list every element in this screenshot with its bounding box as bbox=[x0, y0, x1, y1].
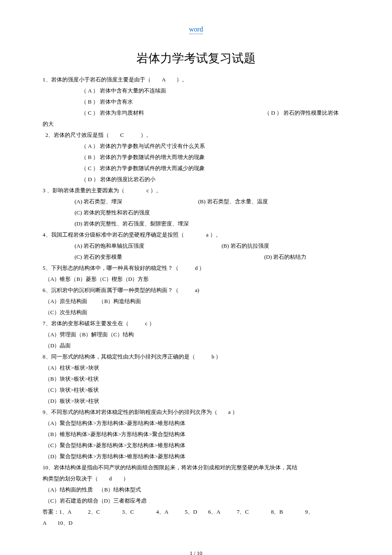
q10-opt-ab: （A）结构面的性质 （B）结构体型式 bbox=[43, 484, 349, 495]
q9-opt-d: （D）聚合型结构体>方形结构体>锥形结构体>菱形结构体 bbox=[43, 451, 349, 462]
q4-opt-c: (C) 岩石的变形模量 bbox=[43, 251, 264, 263]
answers-line2: A 10、D bbox=[43, 517, 349, 529]
page-footer: 1 / 10 bbox=[43, 550, 349, 555]
q1-opt-b: （ B ） 岩体中含有水 bbox=[43, 96, 349, 107]
q9-stem: 9、不同形式的结构体对岩体稳定性的影响程度由大到小的排列次序为（ a ） bbox=[43, 407, 349, 418]
q2-opt-c: （ C ） 岩体的力学参数随试件的增大而减少的现象 bbox=[43, 163, 349, 174]
q3-stem: 3 、影响岩体质量的主要因素为（ c ）。 bbox=[43, 185, 349, 196]
q7-opt-abc: （A）劈理面（B）解理面（C）结构 bbox=[43, 329, 349, 340]
q4-stem: 4、我国工程岩体分级标准中岩石的坚硬程序确定是按照（ a ）。 bbox=[43, 229, 349, 240]
q10-stem: 10、岩体结构体是指由不同产状的结构面组合围限起来，将岩体分割成相对的完整坚硬的… bbox=[43, 462, 349, 473]
q2-stem: 2、岩体的尺寸效应是指（ C ）。 bbox=[43, 130, 349, 141]
q1-opt-d-tail: 的大 bbox=[43, 119, 349, 130]
header-word: word bbox=[43, 26, 349, 33]
q8-opt-d: （D）板状>块状>柱状 bbox=[43, 396, 349, 407]
q10-stem2: 构类型的划分取决于（ d ） bbox=[43, 473, 349, 484]
q8-opt-c: （C）块状>柱状>板状 bbox=[43, 384, 349, 396]
q6-opt-ab: （A）原生结构面 （B）构造结构面 bbox=[43, 296, 349, 307]
q4-opt-d: (D) 岩石的粘结力 bbox=[264, 251, 306, 263]
page-title: 岩体力学考试复习试题 bbox=[43, 50, 349, 66]
q3-opt-d: (D) 岩体的完整性、岩石强度、裂隙密度、埋深 bbox=[43, 218, 349, 229]
q6-opt-c: （C）次生结构面 bbox=[43, 307, 349, 318]
q8-opt-b: （B）块状>板状>柱状 bbox=[43, 373, 349, 384]
q5-opts: （A）锥形（B）菱形（C）楔形（D）方形 bbox=[43, 274, 349, 285]
document-body: 1、岩体的强度小于岩石的强度主要是由于（ A ）。 （ A ） 岩体中含有大量的… bbox=[43, 74, 349, 529]
q8-stem: 8、同一形式的结构体，其稳定性由大到小排列次序正确的是（ b ） bbox=[43, 351, 349, 362]
q5-stem: 5、下列形态的结构体中，哪一种具有较好的稳定性？（ d ） bbox=[43, 263, 349, 274]
q9-opt-c: （C）聚合型结构体>菱形结构体>文形结构体>锥形结构体 bbox=[43, 440, 349, 451]
q1-opt-d: （ D ） 岩石的弹性模量比岩体 bbox=[264, 107, 339, 119]
q9-opt-a: （A）聚合型结构体>方形结构体>菱形结构体>锥形结构体 bbox=[43, 418, 349, 429]
q7-opt-d: （D）晶面 bbox=[43, 340, 349, 351]
q4-opt-b: (B) 岩石的抗拉强度 bbox=[222, 240, 269, 251]
q2-opt-a: （ A ） 岩体的力学参数与试件的尺寸没有什么关系 bbox=[43, 141, 349, 152]
q4-opt-a: (A) 岩石的饱和单轴抗压强度 bbox=[43, 240, 222, 251]
q9-opt-b: （B）锥形结构体>菱形结构体>方形结构体>聚合型结构体 bbox=[43, 429, 349, 440]
q6-stem: 6、沉积岩中的沉积间断面属于哪一种类型的结构面？（ a) bbox=[43, 285, 349, 296]
answers-line1: 答案：1、A 2、C 3、C 4、A 5、D 6、A 7、C 8、B 9、 bbox=[43, 506, 349, 517]
q2-opt-d: （ D ） 岩体的强度比岩石的小 bbox=[43, 174, 349, 185]
q10-opt-cd: （C）岩石建造的组合（D）三者都应考虑 bbox=[43, 495, 349, 506]
q8-opt-a: （A）柱状>板状>块状 bbox=[43, 362, 349, 373]
q3-opt-c: (C) 岩体的完整性和岩石的强度 bbox=[43, 207, 349, 218]
q2-opt-b: （ B ） 岩体的力学参数随试件的增大而增大的现象 bbox=[43, 152, 349, 163]
q3-opt-a: (A) 岩石类型、埋深 bbox=[43, 196, 198, 207]
header-word-text: word bbox=[189, 26, 203, 34]
q3-opt-b: (B) 岩石类型、含水量、温度 bbox=[198, 196, 268, 207]
q1-opt-a: （ A ） 岩体中含有大量的不连续面 bbox=[43, 85, 349, 96]
q1-opt-c: （ C ） 岩体为非均质材料 bbox=[43, 107, 264, 119]
q7-stem: 7、岩体的变形和破坏主要发生在（ c ） bbox=[43, 318, 349, 329]
q1-stem: 1、岩体的强度小于岩石的强度主要是由于（ A ）。 bbox=[43, 74, 349, 85]
